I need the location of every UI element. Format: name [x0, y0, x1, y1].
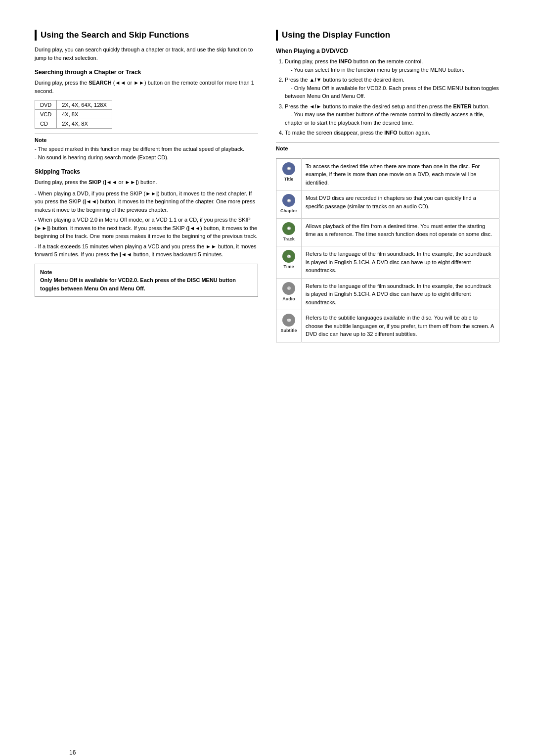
table-cell: 2X, 4X, 8X — [57, 119, 112, 129]
page-number: 16 — [69, 749, 76, 756]
track-icon: ▶ Track — [282, 222, 295, 243]
icon-cell-subtitle: CC Subtitle — [276, 310, 302, 342]
left-section-title: Using the Search and Skip Functions — [35, 30, 258, 41]
disc-icon-letter: ▶ — [288, 166, 290, 171]
list-item: During play, press the INFO button on th… — [285, 57, 499, 74]
info-table-row: ▶ Chapter Most DVD discs are recorded in… — [276, 190, 499, 219]
bold-note-box: Note Only Menu Off is available for VCD2… — [35, 264, 258, 297]
skip-item-3: - If a track exceeds 15 minutes when pla… — [35, 242, 258, 259]
info-table-cell: Refers to the language of the film sound… — [302, 278, 499, 310]
time-icon: ⏱ Time — [282, 250, 295, 271]
info-table-row: ▶ Track Allows playback of the film from… — [276, 218, 499, 246]
disc-icon-letter: ⏱ — [287, 254, 290, 259]
info-table-cell: Allows playback of the film from a desir… — [302, 218, 499, 246]
icon-label-time: Time — [284, 264, 294, 271]
info-table-row: CC Subtitle Refers to the subtitle langu… — [276, 310, 499, 342]
subtitle-icon: CC Subtitle — [281, 314, 297, 334]
disc-icon: ⏱ — [282, 250, 295, 263]
bold-note-text: Only Menu Off is available for VCD2.0. E… — [40, 277, 236, 291]
icon-cell-chapter: ▶ Chapter — [276, 190, 302, 219]
disc-icon: ♪ — [282, 282, 295, 295]
table-row: VCD 4X, 8X — [35, 110, 112, 119]
list-item: Press the ▲/▼ buttons to select the desi… — [285, 76, 499, 100]
disc-icon: ▶ — [282, 194, 295, 207]
info-table-cell: Most DVD discs are recorded in chapters … — [302, 190, 499, 219]
icon-cell-time: ⏱ Time — [276, 246, 302, 279]
chapter-icon: ▶ Chapter — [280, 194, 297, 215]
icon-cell-track: ▶ Track — [276, 218, 302, 246]
skip-item-2: - When playing a VCD 2.0 in Menu Off mod… — [35, 216, 258, 240]
disc-icon-letter: ♪ — [288, 286, 290, 290]
page-wrapper: Using the Search and Skip Functions Duri… — [35, 30, 499, 756]
info-table-row: ♪ Audio Refers to the language of the fi… — [276, 278, 499, 310]
icon-label-subtitle: Subtitle — [281, 328, 297, 334]
speed-table: DVD 2X, 4X, 64X, 128X VCD 4X, 8X CD 2X, … — [35, 100, 112, 129]
note-box-1: Note - The speed marked in this function… — [35, 134, 258, 161]
sub-note: - You may use the number buttons of the … — [285, 111, 484, 126]
disc-icon: ▶ — [282, 162, 295, 175]
bold-note-label: Note — [40, 269, 52, 275]
right-note-label: Note — [276, 145, 499, 151]
icon-cell-audio: ♪ Audio — [276, 278, 302, 310]
dvd-steps-list: During play, press the INFO button on th… — [276, 57, 499, 137]
sub-note: - Only Menu Off is available for VCD2.0.… — [285, 85, 499, 99]
disc-icon-letter: ▶ — [288, 226, 290, 231]
page-content: Using the Search and Skip Functions Duri… — [35, 30, 499, 347]
info-table-cell: Refers to the subtitle languages availab… — [302, 310, 499, 342]
icon-label-chapter: Chapter — [280, 208, 297, 215]
sub-note: - You can select Info in the function me… — [285, 67, 464, 73]
table-cell: 4X, 8X — [57, 110, 112, 119]
right-column: Using the Display Function When Playing … — [276, 30, 499, 347]
right-subsection1-title: When Playing a DVD/VCD — [276, 47, 499, 54]
disc-icon-letter: CC — [287, 318, 291, 323]
list-item: Press the ◄/► buttons to make the desire… — [285, 102, 499, 127]
subsection2-title: Skipping Tracks — [35, 168, 258, 175]
right-note-box: Note ▶ Title — [276, 142, 499, 342]
icon-cell-title: ▶ Title — [276, 158, 302, 190]
table-cell: CD — [35, 119, 57, 129]
table-cell: DVD — [35, 100, 57, 110]
subsection1-title: Searching through a Chapter or Track — [35, 69, 258, 76]
disc-icon: CC — [282, 314, 295, 327]
info-table: ▶ Title To access the desired title when… — [276, 158, 499, 342]
table-row: DVD 2X, 4X, 64X, 128X — [35, 100, 112, 110]
left-column: Using the Search and Skip Functions Duri… — [35, 30, 258, 297]
icon-label-audio: Audio — [282, 296, 295, 303]
disc-icon: ▶ — [282, 222, 295, 235]
right-section-title: Using the Display Function — [276, 30, 499, 41]
info-table-row: ▶ Title To access the desired title when… — [276, 158, 499, 190]
icon-label-title: Title — [284, 176, 293, 183]
audio-icon: ♪ Audio — [282, 282, 295, 303]
skip-item-1: - When playing a DVD, if you press the S… — [35, 189, 258, 214]
title-icon: ▶ Title — [282, 162, 295, 183]
disc-icon-letter: ▶ — [288, 198, 290, 203]
info-table-cell: To access the desired title when there a… — [302, 158, 499, 190]
info-table-row: ⏱ Time Refers to the language of the fil… — [276, 246, 499, 279]
skipping-intro: During play, press the SKIP (|◄◄ or ►►|)… — [35, 178, 258, 187]
table-cell: 2X, 4X, 64X, 128X — [57, 100, 112, 110]
list-item: To make the screen disappear, press the … — [285, 129, 499, 137]
note-text-1: - The speed marked in this function may … — [35, 145, 258, 161]
left-intro: During play, you can search quickly thro… — [35, 46, 258, 62]
note-label-1: Note — [35, 137, 258, 143]
table-row: CD 2X, 4X, 8X — [35, 119, 112, 129]
icon-label-track: Track — [283, 236, 295, 243]
subsection1-text: During play, press the SEARCH (◄◄ or ►►)… — [35, 79, 258, 95]
info-table-cell: Refers to the language of the film sound… — [302, 246, 499, 279]
table-cell: VCD — [35, 110, 57, 119]
